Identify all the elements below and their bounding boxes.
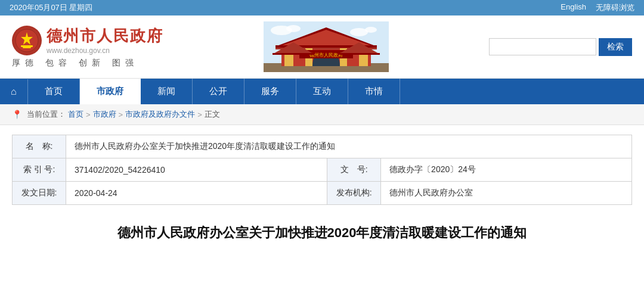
top-bar-links: English 无障碍浏览 [561, 2, 634, 13]
search-area: 检索 [489, 38, 632, 56]
value-docnum: 德政办字〔2020〕24号 [381, 158, 632, 182]
value-publisher: 德州市人民政府办公室 [381, 182, 632, 205]
logo-area: 德州市人民政府 www.dezhou.gov.cn 厚德 包容 创新 图强 [12, 26, 163, 69]
top-bar: 2020年05月07日 星期四 English 无障碍浏览 [0, 0, 644, 15]
breadcrumb-sep-3: > [197, 110, 202, 119]
nav-bar: ⌂ 首页 市政府 新闻 公开 服务 互动 市情 [0, 79, 644, 104]
search-button[interactable]: 检索 [599, 38, 632, 56]
svg-rect-2 [21, 45, 33, 47]
nav-item-interact[interactable]: 互动 [296, 79, 348, 104]
value-date: 2020-04-24 [66, 182, 327, 205]
english-link[interactable]: English [561, 2, 586, 13]
nav-item-municipal[interactable]: 市政府 [80, 79, 141, 104]
logo-name: 德州市人民政府 [47, 26, 163, 46]
nav-item-open[interactable]: 公开 [193, 79, 244, 104]
svg-text:德州市人民政府: 德州市人民政府 [309, 52, 343, 58]
value-doc-title: 德州市人民政府办公室关于加快推进2020年度清洁取暖建设工作的通知 [66, 135, 632, 158]
svg-point-8 [365, 27, 377, 33]
breadcrumb-home[interactable]: 首页 [68, 109, 83, 120]
nav-item-news[interactable]: 新闻 [141, 79, 193, 104]
nav-item-cityinfo[interactable]: 市情 [348, 79, 400, 104]
accessible-link[interactable]: 无障碍浏览 [596, 2, 634, 13]
table-row-title: 名 称: 德州市人民政府办公室关于加快推进2020年度清洁取暖建设工作的通知 [13, 135, 632, 158]
location-icon: 📍 [12, 110, 22, 119]
logo-title: 德州市人民政府 www.dezhou.gov.cn [12, 26, 163, 55]
svg-point-6 [286, 25, 301, 32]
table-row-index: 索 引 号: 371402/2020_54226410 文 号: 德政办字〔20… [13, 158, 632, 182]
svg-rect-3 [23, 47, 31, 48]
label-index: 索 引 号: [13, 158, 66, 182]
table-row-date: 发文日期: 2020-04-24 发布机构: 德州市人民政府办公室 [13, 182, 632, 205]
nav-home-icon[interactable]: ⌂ [0, 79, 28, 104]
document-info-table: 名 称: 德州市人民政府办公室关于加快推进2020年度清洁取暖建设工作的通知 索… [12, 135, 632, 205]
value-index: 371402/2020_54226410 [66, 158, 327, 182]
breadcrumb-municipal[interactable]: 市政府 [93, 109, 116, 120]
breadcrumb-current: 正文 [205, 109, 220, 120]
breadcrumb-docs[interactable]: 市政府及政府办文件 [125, 109, 195, 120]
nav-item-service[interactable]: 服务 [244, 79, 296, 104]
nav-item-home[interactable]: 首页 [28, 79, 80, 104]
breadcrumb-bar: 📍 当前位置： 首页 > 市政府 > 市政府及政府办文件 > 正文 [0, 104, 644, 125]
label-docnum: 文 号: [327, 158, 381, 182]
label-date: 发文日期: [13, 182, 66, 205]
top-bar-date: 2020年05月07日 星期四 [10, 2, 92, 13]
breadcrumb-sep-1: > [86, 110, 91, 119]
logo-slogan: 厚德 包容 创新 图强 [12, 58, 163, 69]
breadcrumb-sep-2: > [119, 110, 123, 119]
content-area: 名 称: 德州市人民政府办公室关于加快推进2020年度清洁取暖建设工作的通知 索… [0, 125, 644, 254]
gate-svg: 德州市人民政府 [264, 21, 389, 72]
logo-text: 德州市人民政府 www.dezhou.gov.cn [47, 26, 163, 55]
header: 德州市人民政府 www.dezhou.gov.cn 厚德 包容 创新 图强 [0, 15, 644, 79]
search-input[interactable] [489, 38, 596, 55]
government-emblem [12, 26, 42, 55]
logo-url: www.dezhou.gov.cn [47, 46, 163, 55]
header-center-image: 德州市人民政府 [163, 21, 489, 72]
label-publisher: 发布机构: [327, 182, 381, 205]
svg-rect-24 [273, 53, 314, 55]
label-name: 名 称: [13, 135, 66, 158]
svg-rect-26 [338, 53, 380, 55]
article-title: 德州市人民政府办公室关于加快推进2020年度清洁取暖建设工作的通知 [12, 217, 632, 248]
home-icon: ⌂ [11, 86, 17, 97]
breadcrumb-label: 当前位置： [27, 109, 66, 120]
